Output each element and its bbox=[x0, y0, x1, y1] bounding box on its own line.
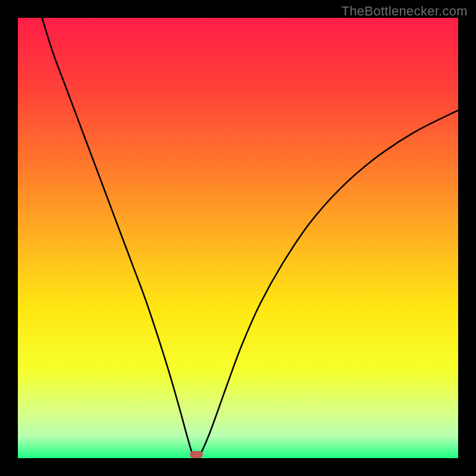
chart-frame: TheBottlenecker.com bbox=[0, 0, 476, 476]
curve-layer bbox=[18, 18, 458, 458]
curve-left bbox=[42, 18, 194, 458]
optimal-point-marker bbox=[190, 451, 203, 458]
watermark-label: TheBottlenecker.com bbox=[342, 4, 468, 19]
curve-right bbox=[198, 110, 458, 457]
plot-area bbox=[18, 18, 458, 458]
